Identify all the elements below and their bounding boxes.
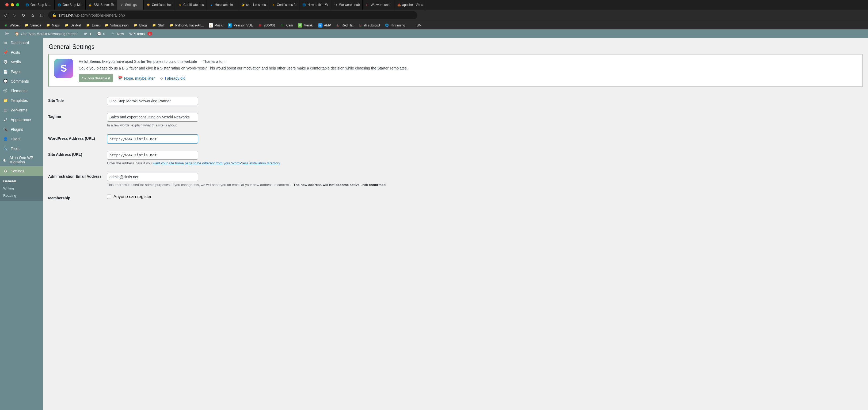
- wp-logo-menu[interactable]: ⓦ: [2, 29, 11, 38]
- bookmark-item[interactable]: 📁Maps: [44, 22, 62, 29]
- sidebar-item-settings[interactable]: ⚙Settings: [0, 166, 43, 176]
- bookmark-item[interactable]: 📁Seneca: [22, 22, 43, 29]
- already-did-link[interactable]: ☺I already did: [159, 76, 185, 80]
- tab-label: Certificate hos: [183, 3, 204, 7]
- comments-menu[interactable]: 💬0: [95, 29, 107, 38]
- bookmark-item[interactable]: IBM: [408, 22, 424, 29]
- bookmark-item[interactable]: 📁Stuff: [150, 22, 166, 29]
- browser-tab[interactable]: ✳Certificates fo: [269, 0, 300, 10]
- submenu-item-writing[interactable]: Writing: [0, 185, 43, 192]
- bookmark-item[interactable]: 🎩Red Hat: [334, 22, 355, 29]
- sidebar-item-comments[interactable]: 💬Comments: [0, 76, 43, 86]
- sidebar-item-dashboard[interactable]: ⊞Dashboard: [0, 38, 43, 47]
- update-icon: ⟳: [83, 31, 88, 36]
- bookmark-item[interactable]: 🎩rh subscrpt: [356, 22, 382, 29]
- bookmark-label: Meraki: [304, 24, 313, 27]
- browser-tab[interactable]: 🌐How to fix – W: [300, 0, 331, 10]
- new-content-menu[interactable]: ＋New: [108, 29, 126, 38]
- bookmark-item[interactable]: aMusic: [207, 22, 225, 29]
- tab-favicon: ⎔: [334, 3, 337, 7]
- sidebar-item-label: Media: [11, 60, 21, 64]
- sidebar-item-users[interactable]: 👤Users: [0, 134, 43, 144]
- ok-deserve-button[interactable]: Ok, you deserve it: [79, 74, 113, 82]
- sidebar-item-media[interactable]: 🖼Media: [0, 57, 43, 67]
- bookmark-item[interactable]: PPearson VUE: [225, 22, 255, 29]
- browser-tab[interactable]: 🔒SSL Server Te: [86, 0, 117, 10]
- sidebar-item-appearance[interactable]: 🖌Appearance: [0, 115, 43, 125]
- close-window-button[interactable]: [5, 3, 8, 6]
- bookmark-button[interactable]: ☐: [39, 13, 44, 18]
- membership-checkbox-label[interactable]: Anyone can register: [107, 194, 863, 199]
- forward-button[interactable]: ▷: [12, 13, 17, 18]
- bookmark-item[interactable]: MMeraki: [296, 22, 315, 29]
- sidebar-item-plugins[interactable]: 🔌Plugins: [0, 125, 43, 134]
- site-url-input[interactable]: [107, 151, 198, 159]
- wpforms-menu[interactable]: WPForms1: [127, 29, 154, 38]
- bookmark-item[interactable]: 📁Virtualization: [102, 22, 131, 29]
- admin-sidebar: ⊞Dashboard📌Posts🖼Media📄Pages💬CommentsⓔEl…: [0, 38, 43, 410]
- minimize-window-button[interactable]: [11, 3, 14, 6]
- site-url-help-link[interactable]: want your site home page to be different…: [153, 161, 280, 165]
- browser-tab[interactable]: 🦁Certificate hos: [144, 0, 175, 10]
- site-title-input[interactable]: [107, 97, 198, 105]
- browser-tab[interactable]: ▲Hostname in c: [207, 0, 239, 10]
- site-url-description: Enter the address here if you want your …: [107, 161, 863, 165]
- bookmark-item[interactable]: 📁DevNet: [62, 22, 83, 29]
- tab-favicon: ⎔: [365, 3, 369, 7]
- browser-tab[interactable]: ⚙Settings: [117, 0, 144, 10]
- bookmark-label: Red Hat: [342, 24, 353, 27]
- browser-nav-bar: ◁ ▷ ⟳ ⌂ ☐ 🔒 zintis.net/wp-admin/options-…: [0, 10, 868, 21]
- sidebar-item-wpforms[interactable]: ▤WPForms: [0, 105, 43, 115]
- bookmark-label: Python-Emacs-An...: [175, 24, 204, 27]
- sliders-icon: ⚙: [3, 168, 8, 174]
- site-title-label: Site Title: [48, 97, 107, 103]
- sidebar-item-pages[interactable]: 📄Pages: [0, 67, 43, 76]
- sidebar-item-elementor[interactable]: ⓔElementor: [0, 86, 43, 96]
- browser-tab[interactable]: 🌐One Stop Mer: [55, 0, 86, 10]
- sidebar-item-all-in-one-wp-migration[interactable]: ◐All-in-One WP Migration: [0, 153, 43, 166]
- bookmark-item[interactable]: ▦200-901: [256, 22, 278, 29]
- sidebar-item-tools[interactable]: 🔧Tools: [0, 144, 43, 153]
- tagline-input[interactable]: [107, 113, 198, 121]
- maybe-later-link[interactable]: 📅Nope, maybe later: [118, 76, 155, 80]
- bookmark-icon: 🎩: [336, 23, 340, 28]
- bookmark-icon: tr: [318, 23, 322, 28]
- updates-menu[interactable]: ⟳1: [81, 29, 93, 38]
- back-button[interactable]: ◁: [3, 13, 8, 18]
- sidebar-item-templates[interactable]: 📁Templates: [0, 96, 43, 105]
- submenu-item-general[interactable]: General: [0, 177, 43, 185]
- notice-body: Hello! Seems like you have used Starter …: [79, 59, 408, 82]
- membership-checkbox[interactable]: [107, 195, 111, 199]
- bookmark-item[interactable]: 📁Linux: [84, 22, 102, 29]
- sidebar-item-label: Plugins: [11, 127, 23, 132]
- bookmark-label: Seneca: [30, 24, 41, 27]
- bookmark-icon: 📁: [86, 23, 90, 28]
- site-name-menu[interactable]: 🏠One Stop Meraki Networking Partner: [12, 29, 80, 38]
- bookmark-item[interactable]: ↻Cam: [278, 22, 295, 29]
- submenu-item-reading[interactable]: Reading: [0, 192, 43, 199]
- url-bar[interactable]: 🔒 zintis.net/wp-admin/options-general.ph…: [48, 11, 417, 19]
- sidebar-item-posts[interactable]: 📌Posts: [0, 47, 43, 57]
- browser-tab[interactable]: ⎔We were unab: [363, 0, 394, 10]
- tab-favicon: 🌐: [302, 3, 306, 7]
- browser-tab[interactable]: 🌐One Stop Mera: [23, 0, 55, 10]
- bookmark-item[interactable]: 🌐rh training: [383, 22, 407, 29]
- bookmark-item[interactable]: trAMP: [316, 22, 333, 29]
- admin-email-input[interactable]: [107, 173, 198, 181]
- browser-tab[interactable]: 🔐ssl - Let's enc: [239, 0, 269, 10]
- bookmark-item[interactable]: 📁Python-Emacs-An...: [167, 22, 206, 29]
- bookmark-item[interactable]: 📁Blogs: [131, 22, 149, 29]
- sidebar-item-label: Tools: [11, 146, 20, 151]
- wp-url-input[interactable]: [107, 135, 198, 143]
- browser-tab[interactable]: ✳Certificate hos: [175, 0, 207, 10]
- bookmark-label: Linux: [92, 24, 99, 27]
- browser-tab[interactable]: 📥apache - Vhos: [394, 0, 426, 10]
- maximize-window-button[interactable]: [16, 3, 19, 6]
- reload-button[interactable]: ⟳: [21, 13, 26, 18]
- browser-tab[interactable]: ⎔We were unab: [331, 0, 363, 10]
- tab-favicon: 🔐: [241, 3, 245, 7]
- bookmark-item[interactable]: ◉Webex: [2, 22, 22, 29]
- sidebar-item-label: Pages: [11, 69, 22, 74]
- wrench-icon: 🔧: [3, 146, 8, 151]
- home-button[interactable]: ⌂: [30, 13, 35, 18]
